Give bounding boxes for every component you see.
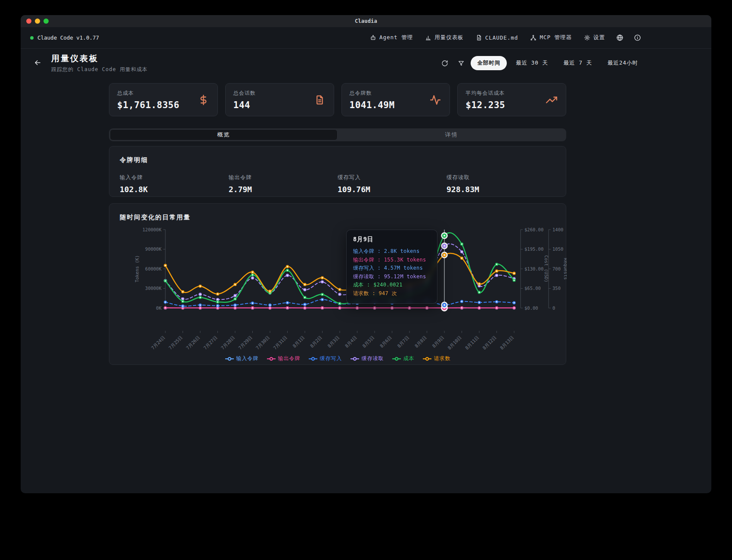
zoom-window-button[interactable]	[43, 19, 49, 24]
nav-item-label: CLAUDE.md	[485, 34, 518, 41]
svg-text:$0.00: $0.00	[524, 305, 538, 311]
svg-text:Requests: Requests	[563, 258, 567, 280]
svg-text:7月29日: 7月29日	[237, 335, 253, 351]
minimize-window-button[interactable]	[35, 19, 40, 24]
bot-icon	[370, 34, 376, 41]
token-stat: 输出令牌 2.79M	[229, 174, 338, 194]
stat-card: 总成本 $1,761.8356	[109, 83, 218, 116]
svg-text:$260.00: $260.00	[524, 227, 543, 232]
main-content: 总成本 $1,761.8356 总会话数 144 总令牌数 1041.49M 平…	[109, 83, 566, 365]
legend-item[interactable]: 缓存写入	[308, 355, 342, 362]
time-filter-all-time[interactable]: 全部时间	[471, 56, 507, 70]
page-title: 用量仪表板	[51, 53, 148, 64]
svg-text:1050: 1050	[552, 246, 563, 252]
app-header: Claude Code v1.0.77 Agent 管理用量仪表板CLAUDE.…	[21, 27, 711, 49]
nav-item-claude-md[interactable]: CLAUDE.md	[471, 32, 523, 44]
svg-text:7月27日: 7月27日	[202, 335, 218, 351]
usage-chart[interactable]: 0K30000K60000K90000K120000KTokens (K)$0.…	[109, 223, 566, 354]
about-button[interactable]	[630, 31, 645, 44]
legend-item[interactable]: 缓存读取	[350, 355, 384, 362]
svg-text:8月3日: 8月3日	[326, 335, 340, 348]
close-window-button[interactable]	[26, 19, 31, 24]
stat-label: 平均每会话成本	[465, 90, 558, 97]
svg-text:30000K: 30000K	[145, 286, 162, 291]
legend-item-label: 输出令牌	[278, 355, 301, 362]
trend-up-icon	[546, 94, 557, 106]
tooltip-row: 输入令牌 : 2.8K tokens	[353, 247, 431, 256]
language-button[interactable]	[613, 31, 627, 44]
back-button[interactable]	[30, 55, 45, 72]
legend-swatch-icon	[308, 357, 318, 361]
tab-overview[interactable]: 概览	[110, 129, 338, 140]
legend-item-label: 缓存写入	[320, 355, 342, 362]
svg-text:7月31日: 7月31日	[272, 335, 288, 351]
refresh-icon	[441, 60, 448, 67]
view-tabs: 概览详情	[109, 128, 566, 141]
time-filter-24h[interactable]: 最近24小时	[601, 56, 645, 70]
nav-item-mcp[interactable]: MCP 管理器	[526, 31, 576, 44]
token-breakdown-title: 令牌明细	[120, 156, 555, 164]
token-stat-label: 输出令牌	[229, 174, 338, 181]
svg-text:60000K: 60000K	[145, 266, 162, 271]
info-icon	[634, 34, 641, 41]
token-stat-value: 109.76M	[338, 185, 447, 194]
stat-card: 总会话数 144	[225, 83, 334, 116]
svg-text:Tokens (K): Tokens (K)	[134, 255, 140, 282]
svg-text:8月11日: 8月11日	[464, 335, 480, 351]
legend-swatch-icon	[225, 357, 234, 361]
stat-value: 144	[233, 100, 326, 110]
page-header: 用量仪表板 跟踪您的 Claude Code 用量和成本 全部时间最近 30 天…	[21, 49, 711, 78]
token-stat: 输入令牌 102.8K	[120, 174, 229, 194]
stat-card: 总令牌数 1041.49M	[341, 83, 450, 116]
svg-text:8月6日: 8月6日	[379, 335, 393, 348]
time-filter-7d[interactable]: 最近 7 天	[557, 56, 599, 70]
legend-item-label: 请求数	[434, 355, 451, 362]
arrow-left-icon	[34, 59, 42, 67]
stat-label: 总令牌数	[350, 90, 442, 97]
app-window: Claudia Claude Code v1.0.77 Agent 管理用量仪表…	[21, 15, 711, 493]
legend-item[interactable]: 输出令牌	[267, 355, 301, 362]
tooltip-rows: 输入令牌 : 2.8K tokens输出令牌 : 155.3K tokens缓存…	[353, 247, 431, 298]
usage-chart-canvas[interactable]: 0K30000K60000K90000K120000KTokens (K)$0.…	[109, 223, 567, 352]
legend-item[interactable]: 请求数	[422, 355, 451, 362]
document-icon	[314, 94, 325, 105]
svg-text:7月24日: 7月24日	[150, 335, 166, 351]
tooltip-row: 请求数 : 947 次	[353, 289, 431, 298]
titlebar: Claudia	[21, 15, 711, 27]
legend-item-label: 成本	[403, 355, 415, 362]
nav-item-settings[interactable]: 设置	[580, 31, 609, 44]
refresh-button[interactable]	[438, 57, 452, 69]
nav-item-label: Agent 管理	[379, 34, 413, 41]
svg-text:Cost (USD): Cost (USD)	[544, 255, 549, 282]
nav-item-usage[interactable]: 用量仪表板	[421, 31, 468, 44]
tooltip-row: 输出令牌 : 155.3K tokens	[353, 256, 431, 264]
usage-chart-card: 随时间变化的日常用量 0K30000K60000K90000K120000KTo…	[109, 203, 566, 365]
legend-item[interactable]: 成本	[392, 355, 415, 362]
nav-item-agents[interactable]: Agent 管理	[366, 31, 417, 44]
stat-label: 总成本	[117, 90, 210, 97]
svg-text:90000K: 90000K	[145, 246, 162, 252]
svg-text:8月8日: 8月8日	[414, 335, 428, 348]
legend-item-label: 缓存读取	[362, 355, 384, 362]
legend-swatch-icon	[422, 357, 432, 361]
status-dot	[30, 36, 34, 40]
svg-text:0K: 0K	[156, 305, 161, 311]
time-filter-30d[interactable]: 最近 30 天	[509, 56, 555, 70]
tab-details[interactable]: 详情	[338, 129, 565, 140]
svg-text:8月2日: 8月2日	[309, 335, 323, 348]
svg-text:$195.00: $195.00	[524, 246, 543, 252]
main-nav: Agent 管理用量仪表板CLAUDE.mdMCP 管理器设置	[366, 31, 645, 44]
stat-value: 1041.49M	[350, 100, 442, 110]
legend-item[interactable]: 输入令牌	[225, 355, 259, 362]
filter-button[interactable]	[454, 57, 468, 69]
app-version: Claude Code v1.0.77	[30, 34, 99, 41]
tooltip-row: 缓存读取 : 95.12M tokens	[353, 273, 431, 281]
svg-text:1400: 1400	[552, 227, 563, 232]
chart-tooltip: 8月9日 输入令牌 : 2.8K tokens输出令牌 : 155.3K tok…	[346, 230, 437, 304]
activity-icon	[430, 94, 441, 106]
stat-card: 平均每会话成本 $12.235	[457, 83, 566, 116]
traffic-lights	[26, 15, 49, 27]
svg-text:700: 700	[552, 266, 561, 271]
nav-item-label: MCP 管理器	[540, 34, 572, 41]
svg-text:8月10日: 8月10日	[447, 335, 462, 351]
